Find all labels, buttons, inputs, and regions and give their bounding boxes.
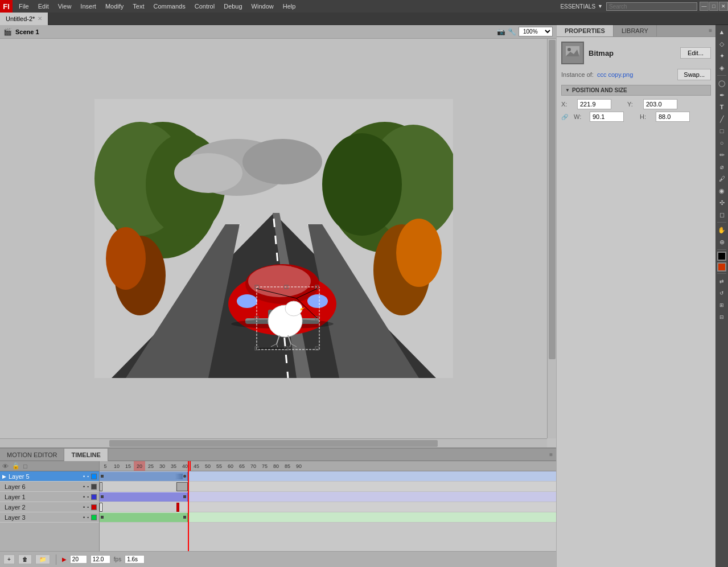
menu-window[interactable]: Window [248,2,278,11]
lasso-tool-btn[interactable]: ◯ [716,77,727,89]
layer1-lock[interactable]: • [87,494,89,499]
position-size-label: POSITION AND SIZE [572,87,627,93]
line-tool-btn[interactable]: ╱ [716,113,727,125]
zoom-tool-btn[interactable]: ⊕ [716,236,727,248]
tab-close-icon[interactable]: ✕ [38,15,42,22]
magnet-icon: 🔧 [508,28,516,36]
stage[interactable] [94,99,453,378]
properties-content: Bitmap Edit... Instance of: ccc copy.png… [557,37,715,567]
w-input[interactable] [590,112,624,122]
paintbucket-tool-btn[interactable]: ◉ [716,185,727,196]
wh-row: 🔗 W: H: [561,112,711,122]
bitmap-label: Bitmap [589,49,614,57]
essentials-chevron[interactable]: ▼ [598,3,603,9]
menu-debug[interactable]: Debug [220,2,246,11]
tab-timeline[interactable]: TIMELINE [64,449,108,461]
eraser-tool-btn[interactable]: ◻ [716,209,727,220]
eyedropper-tool-btn[interactable]: ✣ [716,197,727,208]
layer1-vis[interactable]: • [83,494,85,500]
menu-view[interactable]: View [54,2,76,11]
layer3-vis[interactable]: • [83,515,85,520]
fill-color-swatch[interactable] [717,262,726,272]
subselect-tool-btn[interactable]: ◇ [716,38,727,50]
frame-mark-45: 45 [191,461,202,471]
menu-text[interactable]: Text [129,2,148,11]
bone-tool-btn[interactable]: ⊞ [716,299,727,311]
fps-label: fps [114,556,121,562]
brush-tool-btn[interactable]: ⌀ [716,161,727,172]
layer6-lock[interactable]: • [87,484,89,489]
tab-library[interactable]: LIBRARY [614,25,657,36]
pencil-tool-btn[interactable]: ✏ [716,149,727,161]
time-input[interactable] [125,555,145,564]
inkbottle-tool-btn[interactable]: 🖋 [716,173,727,184]
bind-tool-btn[interactable]: ⊟ [716,311,727,323]
oval-tool-btn[interactable]: ○ [716,137,727,149]
frame-number-input[interactable] [70,555,87,564]
select-tool-btn[interactable]: ▲ [716,26,727,38]
rect-tool-btn[interactable]: □ [716,125,727,137]
timeline-content: 👁 🔒 □ ▶ Layer 5 • • Layer 6 [0,461,556,551]
menu-edit[interactable]: Edit [34,2,53,11]
layer-row-5[interactable]: ▶ Layer 5 • • [0,471,99,482]
default-colors-btn[interactable]: ↺ [716,287,727,299]
layer-row-1[interactable]: Layer 1 • • [0,492,99,502]
minimize-button[interactable]: — [700,2,709,11]
position-size-section[interactable]: ▼ POSITION AND SIZE [561,85,711,96]
add-layer-button[interactable]: + [3,554,15,564]
menu-commands[interactable]: Commands [149,2,189,11]
layer3-lock[interactable]: • [87,515,89,520]
search-input[interactable] [606,2,697,11]
close-button[interactable]: ✕ [719,2,728,11]
hand-tool-btn[interactable]: ✋ [716,224,727,236]
x-input[interactable] [577,99,611,109]
tool-sep-2 [717,222,726,223]
fps-input[interactable] [91,555,110,564]
gradient-transform-btn[interactable]: ◈ [716,62,727,73]
vertical-scrollbar[interactable] [547,39,556,438]
menu-modify[interactable]: Modify [101,2,127,11]
edit-button[interactable]: Edit... [680,47,711,59]
tool-sep-3 [717,249,726,250]
layer2-lock[interactable]: • [87,504,89,510]
y-input[interactable] [643,99,677,109]
zoom-select[interactable]: 100% [519,27,553,36]
show-all-icon[interactable]: 👁 [2,463,9,470]
tab-untitled[interactable]: Untitled-2* ✕ [0,13,48,25]
layer-row-3[interactable]: Layer 3 • • [0,512,99,523]
layer6-vis[interactable]: • [83,484,85,490]
tab-properties[interactable]: PROPERTIES [557,25,614,36]
delete-layer-button[interactable]: 🗑 [18,554,32,564]
restore-button[interactable]: □ [709,2,718,11]
svg-point-10 [106,227,146,290]
frame-mark-30: 30 [157,461,168,471]
layer5-lock[interactable]: • [87,474,89,479]
pen-tool-btn[interactable]: ✒ [716,89,727,101]
timeline-area: MOTION EDITOR TIMELINE ≡ 👁 🔒 □ ▶ Layer 5 [0,447,556,567]
tab-motion-editor[interactable]: MOTION EDITOR [0,449,64,461]
lock-all-icon[interactable]: 🔒 [12,462,20,470]
layer2-vis[interactable]: • [83,504,85,510]
instance-name: ccc copy.png [597,71,633,78]
menu-control[interactable]: Control [191,2,219,11]
menu-insert[interactable]: Insert [76,2,100,11]
layer6-color [91,484,97,490]
swap-colors-btn[interactable]: ⇄ [716,276,727,287]
timeline-panel-menu[interactable]: ≡ [546,450,556,459]
stroke-color-swatch[interactable] [717,252,726,261]
h-input[interactable] [656,112,690,122]
add-folder-button[interactable]: 📁 [35,554,50,564]
layer-row-6[interactable]: Layer 6 • • [0,482,99,492]
panel-menu-icon[interactable]: ≡ [705,25,715,36]
layer-row-2[interactable]: Layer 2 • • [0,502,99,512]
menu-file[interactable]: File [15,2,33,11]
menu-help[interactable]: Help [279,2,300,11]
swap-button[interactable]: Swap... [677,69,711,80]
horizontal-scrollbar[interactable] [0,438,547,447]
layer1-name: Layer 1 [5,494,81,500]
layer5-vis[interactable]: • [83,474,85,479]
frame-mark-40: 40 [179,461,191,471]
free-transform-btn[interactable]: ✦ [716,50,727,61]
outline-all-icon[interactable]: □ [23,463,27,470]
text-tool-btn[interactable]: T [716,101,727,113]
